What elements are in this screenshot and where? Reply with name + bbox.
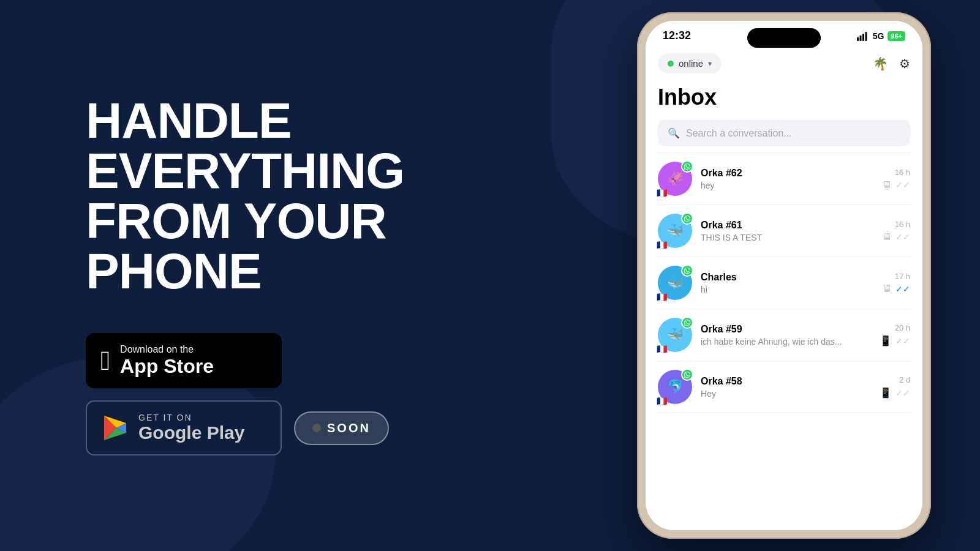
- whatsapp-badge-charles: [681, 264, 693, 277]
- conv-preview-orka62: hey: [701, 181, 873, 190]
- online-bar: online ▾ 🌴 ⚙: [658, 47, 910, 80]
- conv-preview-orka58: Hey: [701, 389, 871, 399]
- search-placeholder-text: Search a conversation...: [686, 128, 792, 139]
- avatar-wrapper-charles: 🐳 🇫🇷: [658, 266, 692, 300]
- app-content: online ▾ 🌴 ⚙ Inbox 🔍 Search a conversati…: [646, 47, 922, 413]
- conv-item-orka61[interactable]: 🐳 🇫🇷 Orka #61 THIS IS A TEST: [658, 205, 910, 257]
- conv-status-orka58: 📱 ✓✓: [880, 387, 910, 399]
- svg-rect-1: [859, 36, 861, 41]
- conv-meta-orka62: 16 h 🖥 ✓✓: [882, 168, 910, 190]
- online-pill[interactable]: online ▾: [658, 53, 722, 73]
- left-panel: HANDLEEVERYTHINGFROM YOURPHONE  Downloa…: [86, 0, 453, 551]
- conv-status-orka62: 🖥 ✓✓: [882, 179, 910, 190]
- check-icon-orka61: ✓✓: [895, 232, 910, 242]
- online-dot: [668, 61, 674, 67]
- phone-container: 12:32 5G 96+: [625, 12, 943, 539]
- conv-preview-charles: hi: [701, 285, 873, 294]
- flag-orka62: 🇫🇷: [657, 189, 669, 197]
- conv-meta-charles: 17 h 🖥 ✓✓: [882, 272, 910, 294]
- conv-item-orka58[interactable]: 🐬 🇫🇷 Orka #58 Hey 2 d: [658, 361, 910, 413]
- check-icon-orka62: ✓✓: [895, 180, 910, 190]
- appstore-small-text: Download on the: [120, 344, 214, 355]
- device-icon-orka59: 📱: [880, 335, 892, 347]
- phone-frame: 12:32 5G 96+: [637, 12, 931, 539]
- header-icons: 🌴 ⚙: [873, 56, 910, 71]
- googleplay-text: GET IT ON Google Play: [138, 413, 244, 443]
- status-time: 12:32: [663, 29, 691, 42]
- svg-rect-2: [862, 34, 864, 41]
- conv-name-orka58: Orka #58: [701, 376, 871, 387]
- check-icon-charles: ✓✓: [895, 284, 910, 294]
- conv-time-orka61: 16 h: [895, 220, 910, 229]
- conv-time-orka59: 20 h: [895, 323, 910, 332]
- chevron-down-icon: ▾: [708, 59, 712, 68]
- whatsapp-badge-orka62: [681, 160, 693, 173]
- soon-label: SOON: [327, 421, 371, 435]
- device-icon-orka62: 🖥: [882, 179, 892, 190]
- conv-time-orka62: 16 h: [895, 168, 910, 177]
- check-icon-orka58: ✓✓: [895, 388, 910, 398]
- conv-item-charles[interactable]: 🐳 🇫🇷 Charles hi 17 h: [658, 257, 910, 309]
- conv-meta-orka59: 20 h 📱 ✓✓: [880, 323, 910, 347]
- store-buttons:  Download on the App Store GET IT ON Go…: [86, 333, 453, 455]
- search-icon: 🔍: [668, 127, 680, 139]
- conv-name-charles: Charles: [701, 272, 873, 283]
- conv-info-orka62: Orka #62 hey: [701, 168, 873, 190]
- filter-icon[interactable]: ⚙: [899, 56, 910, 71]
- flag-orka59: 🇫🇷: [657, 345, 669, 353]
- palm-tree-icon[interactable]: 🌴: [873, 56, 888, 71]
- conv-time-orka58: 2 d: [899, 375, 910, 384]
- check-icon-orka59: ✓✓: [895, 336, 910, 346]
- network-type: 5G: [873, 31, 884, 41]
- conv-preview-orka61: THIS IS A TEST: [701, 233, 873, 242]
- apple-icon: : [100, 345, 110, 376]
- conv-meta-orka61: 16 h 🖥 ✓✓: [882, 220, 910, 242]
- whatsapp-badge-orka59: [681, 317, 693, 329]
- soon-badge: SOON: [294, 411, 389, 445]
- conv-info-charles: Charles hi: [701, 272, 873, 294]
- conversation-list: 🦑 🇫🇷 Orka #62 hey 16 h: [658, 152, 910, 413]
- conv-info-orka58: Orka #58 Hey: [701, 376, 871, 399]
- inbox-title: Inbox: [658, 80, 910, 120]
- svg-rect-3: [865, 32, 867, 41]
- notch: [747, 28, 821, 48]
- googleplay-small-text: GET IT ON: [138, 413, 244, 422]
- flag-charles: 🇫🇷: [657, 293, 669, 301]
- device-icon-orka61: 🖥: [882, 231, 892, 242]
- signal-icon: [857, 31, 869, 41]
- flag-orka58: 🇫🇷: [657, 397, 669, 405]
- conv-name-orka59: Orka #59: [701, 324, 871, 335]
- whatsapp-badge-orka58: [681, 369, 693, 381]
- googleplay-button[interactable]: GET IT ON Google Play: [86, 400, 282, 455]
- conv-info-orka59: Orka #59 ich habe keine Ahnung, wie ich …: [701, 324, 871, 347]
- conv-name-orka62: Orka #62: [701, 168, 873, 179]
- appstore-button[interactable]:  Download on the App Store: [86, 333, 282, 388]
- conv-preview-orka59: ich habe keine Ahnung, wie ich das...: [701, 337, 871, 347]
- conv-item-orka62[interactable]: 🦑 🇫🇷 Orka #62 hey 16 h: [658, 153, 910, 205]
- device-icon-orka58: 📱: [880, 387, 892, 399]
- conv-time-charles: 17 h: [895, 272, 910, 281]
- avatar-wrapper-orka59: 🐳 🇫🇷: [658, 318, 692, 352]
- avatar-wrapper-orka58: 🐬 🇫🇷: [658, 370, 692, 404]
- conv-name-orka61: Orka #61: [701, 220, 873, 231]
- battery-badge: 96+: [888, 31, 905, 41]
- device-icon-charles: 🖥: [882, 283, 892, 294]
- conv-status-orka61: 🖥 ✓✓: [882, 231, 910, 242]
- conv-status-charles: 🖥 ✓✓: [882, 283, 910, 294]
- svg-rect-0: [857, 37, 859, 41]
- conv-status-orka59: 📱 ✓✓: [880, 335, 910, 347]
- status-right: 5G 96+: [857, 31, 905, 41]
- googleplay-row: GET IT ON Google Play SOON: [86, 400, 453, 455]
- avatar-wrapper-orka61: 🐳 🇫🇷: [658, 214, 692, 248]
- googleplay-icon: [102, 414, 129, 441]
- phone-screen: 12:32 5G 96+: [646, 21, 922, 530]
- soon-dot: [312, 424, 321, 432]
- online-label: online: [679, 58, 703, 69]
- conv-item-orka59[interactable]: 🐳 🇫🇷 Orka #59 ich habe keine Ahnung, wie…: [658, 309, 910, 361]
- whatsapp-badge-orka61: [681, 212, 693, 225]
- search-bar[interactable]: 🔍 Search a conversation...: [658, 120, 910, 146]
- conv-info-orka61: Orka #61 THIS IS A TEST: [701, 220, 873, 242]
- headline: HANDLEEVERYTHINGFROM YOURPHONE: [86, 96, 453, 296]
- avatar-wrapper-orka62: 🦑 🇫🇷: [658, 162, 692, 196]
- conv-meta-orka58: 2 d 📱 ✓✓: [880, 375, 910, 399]
